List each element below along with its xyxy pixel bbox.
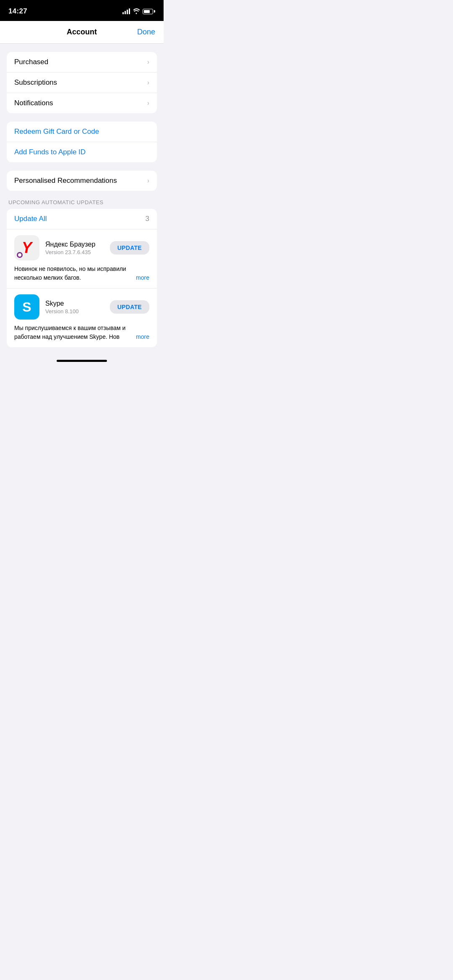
add-funds-item[interactable]: Add Funds to Apple ID xyxy=(7,142,157,162)
yandex-name: Яндекс Браузер xyxy=(45,241,104,248)
section-header-upcoming: UPCOMING AUTOMATIC UPDATES xyxy=(7,199,157,205)
yandex-description: Новинок не появилось, но мы исправили не… xyxy=(14,265,149,282)
chevron-icon: › xyxy=(147,177,149,185)
nav-bar: Account Done xyxy=(0,21,164,44)
content: Purchased › Subscriptions › Notification… xyxy=(0,44,164,356)
subscriptions-item[interactable]: Subscriptions › xyxy=(7,73,157,93)
skype-info: Skype Version 8.100 xyxy=(45,300,104,315)
skype-main: S Skype Version 8.100 UPDATE xyxy=(14,294,149,320)
yandex-main: Y Яндекс Браузер Version 23.7.6.435 UPDA… xyxy=(14,235,149,260)
done-button[interactable]: Done xyxy=(137,28,155,36)
yandex-description-text: Новинок не появилось, но мы исправили не… xyxy=(14,265,133,282)
skype-row: S Skype Version 8.100 UPDATE Мы прислуши… xyxy=(7,289,157,347)
yandex-browser-icon: Y xyxy=(14,235,39,260)
yandex-more-link[interactable]: more xyxy=(136,273,149,282)
upcoming-updates-section: UPCOMING AUTOMATIC UPDATES Update All 3 … xyxy=(7,199,157,347)
personalised-recommendations-label: Personalised Recommendations xyxy=(14,177,117,185)
chevron-icon: › xyxy=(147,79,149,86)
update-all-row: Update All 3 xyxy=(7,209,157,229)
yandex-browser-row: Y Яндекс Браузер Version 23.7.6.435 UPDA… xyxy=(7,229,157,289)
yandex-version: Version 23.7.6.435 xyxy=(45,249,104,255)
skype-description-text: Мы прислушиваемся к вашим отзывам и рабо… xyxy=(14,324,133,341)
notifications-item[interactable]: Notifications › xyxy=(7,93,157,113)
status-icons xyxy=(122,8,155,14)
home-bar xyxy=(57,360,107,362)
skype-more-link[interactable]: more xyxy=(136,333,149,341)
notifications-label: Notifications xyxy=(14,99,53,107)
section3-group: Personalised Recommendations › xyxy=(7,171,157,191)
personalised-recommendations-item[interactable]: Personalised Recommendations › xyxy=(7,171,157,191)
section2-group: Redeem Gift Card or Code Add Funds to Ap… xyxy=(7,122,157,162)
section1-group: Purchased › Subscriptions › Notification… xyxy=(7,52,157,113)
chevron-icon: › xyxy=(147,99,149,107)
status-time: 14:27 xyxy=(8,7,27,16)
chevron-icon: › xyxy=(147,58,149,66)
yandex-badge xyxy=(16,251,23,259)
wifi-icon xyxy=(133,8,140,14)
skype-app-icon: S xyxy=(14,294,39,320)
update-all-button[interactable]: Update All xyxy=(14,215,47,223)
status-bar: 14:27 xyxy=(0,0,164,21)
updates-card-group: Update All 3 Y Яндекс Браузер Version 23… xyxy=(7,209,157,347)
signal-icon xyxy=(122,8,130,14)
skype-description: Мы прислушиваемся к вашим отзывам и рабо… xyxy=(14,324,149,341)
subscriptions-label: Subscriptions xyxy=(14,78,57,87)
skype-version: Version 8.100 xyxy=(45,308,104,315)
purchased-item[interactable]: Purchased › xyxy=(7,52,157,73)
yandex-info: Яндекс Браузер Version 23.7.6.435 xyxy=(45,241,104,255)
update-count: 3 xyxy=(146,215,149,223)
home-indicator xyxy=(0,356,164,365)
battery-icon xyxy=(143,9,155,14)
add-funds-label: Add Funds to Apple ID xyxy=(14,148,86,156)
purchased-label: Purchased xyxy=(14,58,48,66)
yandex-update-button[interactable]: UPDATE xyxy=(110,241,149,255)
skype-update-button[interactable]: UPDATE xyxy=(110,300,149,314)
skype-name: Skype xyxy=(45,300,104,307)
nav-title: Account xyxy=(67,28,97,36)
redeem-gift-card-label: Redeem Gift Card or Code xyxy=(14,127,99,136)
redeem-gift-card-item[interactable]: Redeem Gift Card or Code xyxy=(7,122,157,142)
